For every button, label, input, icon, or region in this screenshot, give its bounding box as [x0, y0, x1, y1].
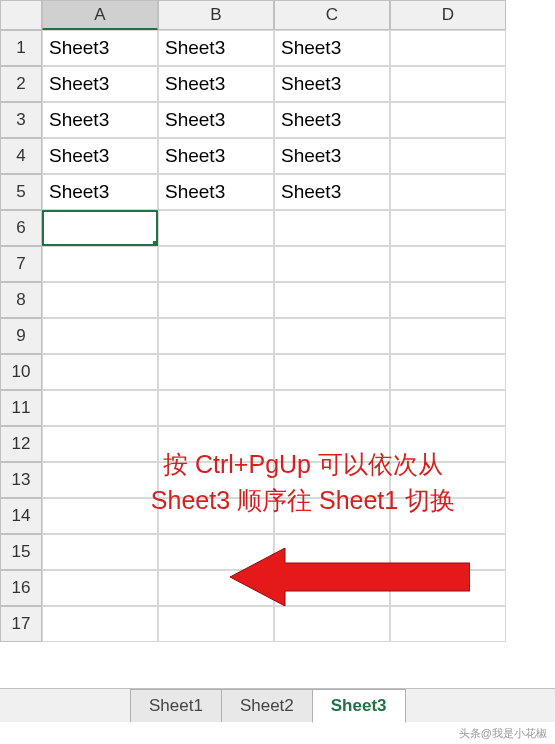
cell-a2[interactable]: Sheet3: [42, 66, 158, 102]
cell-a1[interactable]: Sheet3: [42, 30, 158, 66]
svg-marker-0: [230, 548, 470, 606]
cell[interactable]: [390, 318, 506, 354]
cell[interactable]: [158, 282, 274, 318]
cell[interactable]: [42, 282, 158, 318]
cell[interactable]: [274, 318, 390, 354]
cell-b4[interactable]: Sheet3: [158, 138, 274, 174]
row-header[interactable]: 13: [0, 462, 42, 498]
cell-d2[interactable]: [390, 66, 506, 102]
row-header[interactable]: 3: [0, 102, 42, 138]
cell[interactable]: [390, 354, 506, 390]
sheet-tab-bar: Sheet1 Sheet2 Sheet3: [0, 688, 555, 722]
cell-c6[interactable]: [274, 210, 390, 246]
cell[interactable]: [390, 282, 506, 318]
row-header[interactable]: 11: [0, 390, 42, 426]
cell[interactable]: [274, 390, 390, 426]
cell[interactable]: [274, 606, 390, 642]
cell[interactable]: [390, 390, 506, 426]
tab-sheet1[interactable]: Sheet1: [130, 689, 222, 722]
tab-sheet2[interactable]: Sheet2: [221, 689, 313, 722]
cell[interactable]: [274, 246, 390, 282]
row-header[interactable]: 4: [0, 138, 42, 174]
cell-c5[interactable]: Sheet3: [274, 174, 390, 210]
cell-c1[interactable]: Sheet3: [274, 30, 390, 66]
annotation-line2: Sheet3 顺序往 Sheet1 切换: [151, 486, 455, 514]
cell-a4[interactable]: Sheet3: [42, 138, 158, 174]
cell-c4[interactable]: Sheet3: [274, 138, 390, 174]
row-header[interactable]: 10: [0, 354, 42, 390]
cell-b2[interactable]: Sheet3: [158, 66, 274, 102]
row-header[interactable]: 2: [0, 66, 42, 102]
cell[interactable]: [274, 282, 390, 318]
row-header[interactable]: 6: [0, 210, 42, 246]
cell-b5[interactable]: Sheet3: [158, 174, 274, 210]
cell[interactable]: [42, 606, 158, 642]
spreadsheet-grid: A B C D 1 Sheet3 Sheet3 Sheet3 2 Sheet3 …: [0, 0, 555, 642]
col-header-a[interactable]: A: [42, 0, 158, 30]
annotation-text: 按 Ctrl+PgUp 可以依次从 Sheet3 顺序往 Sheet1 切换: [68, 446, 538, 519]
cell-b1[interactable]: Sheet3: [158, 30, 274, 66]
col-header-b[interactable]: B: [158, 0, 274, 30]
col-header-c[interactable]: C: [274, 0, 390, 30]
cell[interactable]: [42, 246, 158, 282]
cell[interactable]: [158, 390, 274, 426]
cell[interactable]: [158, 606, 274, 642]
cell[interactable]: [42, 570, 158, 606]
cell-d6[interactable]: [390, 210, 506, 246]
arrow-left-icon: [230, 548, 470, 606]
cell[interactable]: [390, 606, 506, 642]
cell-b3[interactable]: Sheet3: [158, 102, 274, 138]
cell[interactable]: [274, 354, 390, 390]
row-header[interactable]: 15: [0, 534, 42, 570]
row-header[interactable]: 14: [0, 498, 42, 534]
tab-sheet3[interactable]: Sheet3: [312, 689, 406, 723]
row-header[interactable]: 5: [0, 174, 42, 210]
cell-d4[interactable]: [390, 138, 506, 174]
cell[interactable]: [158, 318, 274, 354]
cell[interactable]: [42, 354, 158, 390]
row-header[interactable]: 7: [0, 246, 42, 282]
row-header[interactable]: 9: [0, 318, 42, 354]
cell-a3[interactable]: Sheet3: [42, 102, 158, 138]
cell-b6[interactable]: [158, 210, 274, 246]
select-all-corner[interactable]: [0, 0, 42, 30]
annotation-line1: 按 Ctrl+PgUp 可以依次从: [163, 450, 443, 478]
watermark-text: 头条@我是小花椒: [459, 726, 547, 741]
row-header[interactable]: 12: [0, 426, 42, 462]
col-header-d[interactable]: D: [390, 0, 506, 30]
row-header[interactable]: 17: [0, 606, 42, 642]
cell[interactable]: [42, 534, 158, 570]
cell[interactable]: [42, 390, 158, 426]
cell-c3[interactable]: Sheet3: [274, 102, 390, 138]
row-header[interactable]: 16: [0, 570, 42, 606]
fill-handle[interactable]: [153, 241, 158, 246]
cell-d3[interactable]: [390, 102, 506, 138]
cell-c2[interactable]: Sheet3: [274, 66, 390, 102]
row-header[interactable]: 8: [0, 282, 42, 318]
cell[interactable]: [390, 246, 506, 282]
cell-a6-selected[interactable]: [42, 210, 158, 246]
cell[interactable]: [158, 354, 274, 390]
cell[interactable]: [42, 318, 158, 354]
cell-a5[interactable]: Sheet3: [42, 174, 158, 210]
cell-d1[interactable]: [390, 30, 506, 66]
row-header[interactable]: 1: [0, 30, 42, 66]
cell-d5[interactable]: [390, 174, 506, 210]
cell[interactable]: [158, 246, 274, 282]
